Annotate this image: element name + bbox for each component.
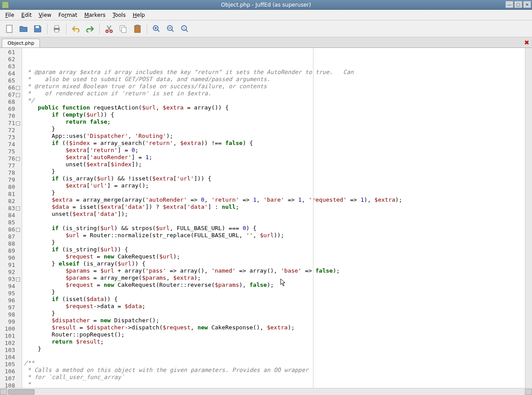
line-number: 85	[0, 219, 22, 226]
fold-toggle-icon[interactable]: -	[16, 86, 20, 90]
code-line[interactable]: $extra['url'] = array();	[24, 182, 525, 189]
line-number: 86-	[0, 226, 22, 233]
fold-toggle-icon[interactable]: -	[16, 278, 20, 282]
code-line[interactable]: */	[24, 97, 525, 104]
code-line[interactable]: public function requestAction($url, $ext…	[24, 104, 525, 111]
code-line[interactable]: $request = new CakeRequest(Router::rever…	[24, 282, 525, 289]
line-number: 61	[0, 49, 22, 56]
line-number: 87	[0, 233, 22, 240]
code-line[interactable]: if (($index = array_search('return', $ex…	[24, 140, 525, 147]
cut-button[interactable]	[102, 22, 116, 35]
fold-toggle-icon[interactable]: -	[16, 157, 20, 161]
code-line[interactable]: /**	[24, 360, 525, 367]
menu-view[interactable]: View	[35, 11, 55, 20]
line-number: 106	[0, 368, 22, 375]
code-line[interactable]: $extra['autoRender'] = 1;	[24, 154, 525, 161]
code-line[interactable]: $extra['return'] = 0;	[24, 147, 525, 154]
code-line[interactable]	[24, 218, 525, 225]
minimize-button[interactable]: —	[505, 1, 513, 8]
fold-toggle-icon[interactable]: -	[16, 93, 20, 97]
code-line[interactable]: if (empty($url)) {	[24, 111, 525, 118]
code-line[interactable]: * Calls a method on this object with the…	[24, 367, 525, 374]
code-content[interactable]: * @param array $extra if array includes …	[22, 48, 525, 388]
close-button[interactable]: ✕	[523, 1, 531, 8]
code-line[interactable]: *	[24, 381, 525, 388]
line-number: 103	[0, 347, 22, 354]
code-line[interactable]: }	[24, 310, 525, 317]
code-line[interactable]: }	[24, 239, 525, 246]
fold-toggle-icon[interactable]: -	[16, 228, 20, 232]
code-line[interactable]: $data = isset($extra['data']) ? $extra['…	[24, 203, 525, 211]
zoom-reset-button[interactable]: 1	[178, 22, 192, 35]
code-line[interactable]: $dispatcher = new Dispatcher();	[24, 317, 525, 324]
open-file-button[interactable]	[17, 22, 30, 35]
code-line[interactable]: return $result;	[24, 338, 525, 345]
code-line[interactable]: if (is_string($url)) {	[24, 246, 525, 253]
svg-rect-3	[55, 25, 59, 28]
code-line[interactable]: unset($extra[$index]);	[24, 161, 525, 168]
line-number: 62	[0, 56, 22, 63]
scroll-right-button[interactable]	[525, 389, 532, 395]
menu-markers[interactable]: Markers	[81, 11, 109, 20]
code-line[interactable]: }	[24, 345, 525, 352]
menu-help[interactable]: Help	[129, 11, 148, 20]
horizontal-scrollbar[interactable]	[0, 388, 532, 395]
scroll-thumb[interactable]	[8, 389, 35, 395]
code-line[interactable]: $params = $url + array('pass' => array()…	[24, 267, 525, 274]
editor-area[interactable]: 616263646566-67-68697071-7273747576-7778…	[0, 48, 532, 388]
paste-button[interactable]	[131, 22, 144, 35]
code-line[interactable]: }	[24, 168, 525, 175]
undo-button[interactable]	[69, 22, 82, 35]
code-line[interactable]: }	[24, 125, 525, 133]
code-line[interactable]: }	[24, 289, 525, 296]
zoom-out-button[interactable]	[164, 22, 177, 35]
code-line[interactable]: App::uses('Dispatcher', 'Routing');	[24, 133, 525, 140]
redo-button[interactable]	[83, 22, 97, 35]
code-line[interactable]: $result = $dispatcher->dispatch($request…	[24, 324, 525, 331]
code-line[interactable]: * of rendered action if 'return' is set …	[24, 90, 525, 97]
code-line[interactable]: if (is_array($url) && !isset($extra['url…	[24, 175, 525, 182]
menu-file[interactable]: File	[2, 11, 18, 20]
code-line[interactable]: $params = array_merge($params, $extra);	[24, 274, 525, 282]
new-file-button[interactable]	[3, 22, 16, 35]
close-tab-icon[interactable]: ✖	[523, 39, 530, 46]
scroll-left-button[interactable]	[0, 389, 7, 395]
line-number: 104	[0, 354, 22, 361]
line-number: 84	[0, 212, 22, 219]
menu-tools[interactable]: Tools	[109, 11, 129, 20]
code-line[interactable]: * for `call_user_func_array`	[24, 374, 525, 381]
code-line[interactable]: $request = new CakeRequest($url);	[24, 253, 525, 260]
code-line[interactable]: Router::popRequest();	[24, 331, 525, 338]
code-line[interactable]: }	[24, 189, 525, 196]
code-line[interactable]: $request->data = $data;	[24, 303, 525, 310]
code-line[interactable]: $extra = array_merge(array('autoRender' …	[24, 196, 525, 203]
menu-format[interactable]: Format	[55, 11, 81, 20]
line-number: 77	[0, 162, 22, 169]
save-file-button[interactable]	[31, 22, 44, 35]
code-line[interactable]: * also be used to submit GET/POST data, …	[24, 76, 525, 83]
code-line[interactable]: $url = Router::normalize(str_replace(FUL…	[24, 232, 525, 239]
code-line[interactable]: * @param array $extra if array includes …	[24, 69, 525, 76]
code-line[interactable]: } elseif (is_array($url)) {	[24, 260, 525, 267]
code-line[interactable]	[24, 352, 525, 360]
svg-rect-10	[136, 24, 139, 26]
copy-button[interactable]	[117, 22, 130, 35]
code-line[interactable]: if (isset($data)) {	[24, 296, 525, 303]
print-button[interactable]	[50, 22, 63, 35]
code-line[interactable]: * @return mixed Boolean true or false on…	[24, 83, 525, 90]
fold-toggle-icon[interactable]: -	[16, 207, 20, 211]
vertical-scrollbar[interactable]	[525, 48, 532, 388]
line-number: 90	[0, 254, 22, 262]
tab-object-php[interactable]: Object.php	[2, 39, 40, 47]
line-number: 71-	[0, 120, 22, 127]
line-number: 83-	[0, 205, 22, 212]
zoom-in-button[interactable]	[150, 22, 163, 35]
maximize-button[interactable]: ▢	[514, 1, 522, 8]
menu-edit[interactable]: Edit	[18, 11, 35, 20]
line-number: 74	[0, 141, 22, 148]
svg-rect-8	[121, 27, 126, 32]
code-line[interactable]: unset($extra['data']);	[24, 211, 525, 218]
code-line[interactable]: return false;	[24, 118, 525, 125]
fold-toggle-icon[interactable]: -	[16, 121, 20, 125]
code-line[interactable]: if (is_string($url) && strpos($url, FULL…	[24, 225, 525, 232]
